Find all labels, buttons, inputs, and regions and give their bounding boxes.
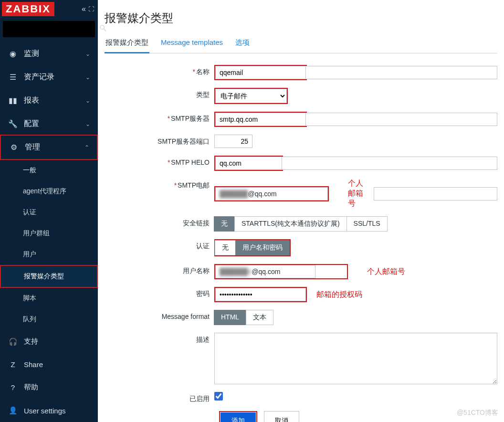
- chevron-down-icon: ⌄: [85, 51, 90, 57]
- row-username: 用户名称 ██████4 @qq.com 个人邮箱号: [105, 264, 497, 279]
- search-box[interactable]: [3, 21, 95, 37]
- label-enabled: 已启用: [105, 392, 214, 403]
- row-enabled: 已启用: [105, 392, 497, 403]
- annot-personal-email-1: 个人邮箱号: [348, 179, 364, 209]
- security-none[interactable]: 无: [214, 216, 235, 232]
- highlight-name: [214, 65, 307, 80]
- input-smtp-helo[interactable]: [215, 157, 282, 170]
- gear-icon: ⚙: [9, 143, 19, 152]
- smtp-email-suffix: @qq.com: [248, 190, 277, 198]
- username-mask: ██████4: [220, 268, 252, 275]
- add-button[interactable]: 添加: [220, 412, 256, 422]
- wrench-icon: 🔧: [8, 119, 18, 128]
- label-smtp-server-text: SMTP服务器: [171, 115, 210, 122]
- main-content: 报警媒介类型 报警媒介类型 Message templates 选项 *名称 类…: [98, 0, 504, 422]
- tabs: 报警媒介类型 Message templates 选项: [105, 34, 497, 53]
- label-desc: 描述: [105, 333, 214, 344]
- fullscreen-icon[interactable]: ⛶: [88, 6, 94, 12]
- row-security: 安全链接 无 STARTTLS(纯文本通信协议扩展) SSL/TLS: [105, 216, 497, 232]
- input-smtp-server[interactable]: [215, 113, 306, 126]
- input-smtp-port[interactable]: [214, 135, 252, 148]
- zabbix-logo[interactable]: ZABBIX: [2, 2, 54, 16]
- eye-icon: ◉: [8, 49, 18, 58]
- subnav-queue[interactable]: 队列: [0, 309, 98, 330]
- highlight-type: 电子邮件: [214, 88, 288, 104]
- input-smtp-server-ext[interactable]: [306, 113, 497, 126]
- label-msgformat: Message format: [105, 310, 214, 320]
- highlight-smtp-email: ██████ @qq.com: [214, 186, 329, 201]
- nav-usersettings[interactable]: 👤User settings: [0, 399, 98, 422]
- nav-inventory[interactable]: ☰资产记录⌄: [0, 65, 98, 89]
- search-input[interactable]: [8, 23, 99, 35]
- nav-admin-label: 管理: [25, 142, 40, 152]
- bottom-nav: 🎧支持 ZShare ?帮助 👤User settings: [0, 330, 98, 422]
- msgformat-group: HTML 文本: [214, 310, 273, 325]
- label-name: *名称: [105, 65, 214, 76]
- label-smtp-server: *SMTP服务器: [105, 112, 214, 123]
- input-name[interactable]: [215, 66, 306, 79]
- button-row: 添加 取消: [219, 411, 497, 422]
- auth-userpass[interactable]: 用户名和密码: [235, 240, 290, 255]
- checkbox-enabled[interactable]: [214, 392, 223, 401]
- list-icon: ☰: [8, 73, 18, 82]
- row-msgformat: Message format HTML 文本: [105, 310, 497, 325]
- nav-support[interactable]: 🎧支持: [0, 330, 98, 353]
- subnav-usergroups[interactable]: 用户群组: [0, 223, 98, 244]
- nav-config-label: 配置: [24, 119, 39, 129]
- nav-reports-label: 报表: [24, 95, 39, 106]
- highlight-smtp-helo: [214, 156, 283, 171]
- watermark: @51CTO博客: [457, 409, 498, 417]
- label-smtp-helo: *SMTP HELO: [105, 156, 214, 166]
- nav-help[interactable]: ?帮助: [0, 376, 98, 399]
- subnav-general[interactable]: 一般: [0, 160, 98, 181]
- label-security: 安全链接: [105, 216, 214, 228]
- page-title: 报警媒介类型: [105, 11, 497, 26]
- select-type[interactable]: 电子邮件: [215, 89, 287, 103]
- nav-usersettings-label: User settings: [24, 407, 66, 415]
- tab-options[interactable]: 选项: [234, 34, 251, 53]
- highlight-password: [214, 287, 307, 302]
- row-type: 类型 电子邮件: [105, 88, 497, 104]
- subnav-users[interactable]: 用户: [0, 244, 98, 265]
- subnav-scripts[interactable]: 脚本: [0, 288, 98, 309]
- input-name-ext[interactable]: [306, 66, 497, 79]
- row-desc: 描述: [105, 333, 497, 384]
- label-auth: 认证: [105, 239, 214, 251]
- nav-share[interactable]: ZShare: [0, 353, 98, 376]
- user-icon: 👤: [8, 406, 18, 415]
- nav-share-label: Share: [24, 360, 43, 369]
- label-smtp-helo-text: SMTP HELO: [171, 158, 210, 166]
- security-starttls[interactable]: STARTTLS(纯文本通信协议扩展): [234, 216, 347, 232]
- security-ssl[interactable]: SSL/TLS: [346, 216, 388, 232]
- nav-help-label: 帮助: [24, 383, 38, 392]
- tab-mediatype[interactable]: 报警媒介类型: [105, 34, 149, 53]
- collapse-icon[interactable]: «: [82, 5, 84, 13]
- tab-msg-templates[interactable]: Message templates: [160, 34, 224, 53]
- label-username: 用户名称: [105, 264, 214, 275]
- row-smtp-email: *SMTP电邮 ██████ @qq.com 个人邮箱号: [105, 179, 497, 209]
- input-password[interactable]: [215, 288, 306, 301]
- nav-support-label: 支持: [24, 337, 38, 346]
- main-nav: ◉监测⌄ ☰资产记录⌄ ▮▮报表⌄ 🔧配置⌄ ⚙管理⌃: [0, 42, 98, 160]
- nav-monitor[interactable]: ◉监测⌄: [0, 42, 98, 65]
- auth-group: 无 用户名和密码: [215, 240, 290, 255]
- row-smtp-helo: *SMTP HELO: [105, 156, 497, 171]
- subnav-mediatypes[interactable]: 报警媒介类型: [0, 265, 98, 288]
- input-smtp-helo-ext[interactable]: [282, 157, 497, 170]
- subnav-agent[interactable]: agent代理程序: [0, 181, 98, 202]
- cancel-button[interactable]: 取消: [264, 411, 299, 422]
- chevron-down-icon: ⌄: [85, 74, 90, 81]
- nav-admin[interactable]: ⚙管理⌃: [0, 135, 98, 160]
- subnav-auth[interactable]: 认证: [0, 202, 98, 223]
- msgformat-html[interactable]: HTML: [214, 310, 246, 325]
- textarea-desc[interactable]: [214, 333, 497, 384]
- help-icon: ?: [8, 383, 18, 391]
- chevron-up-icon: ⌃: [84, 144, 89, 151]
- row-smtp-server: *SMTP服务器: [105, 112, 497, 127]
- auth-none[interactable]: 无: [215, 240, 236, 255]
- input-smtp-email-ext[interactable]: [374, 187, 497, 200]
- msgformat-text[interactable]: 文本: [246, 310, 273, 325]
- nav-reports[interactable]: ▮▮报表⌄: [0, 89, 98, 112]
- nav-monitor-label: 监测: [24, 49, 39, 59]
- nav-config[interactable]: 🔧配置⌄: [0, 112, 98, 136]
